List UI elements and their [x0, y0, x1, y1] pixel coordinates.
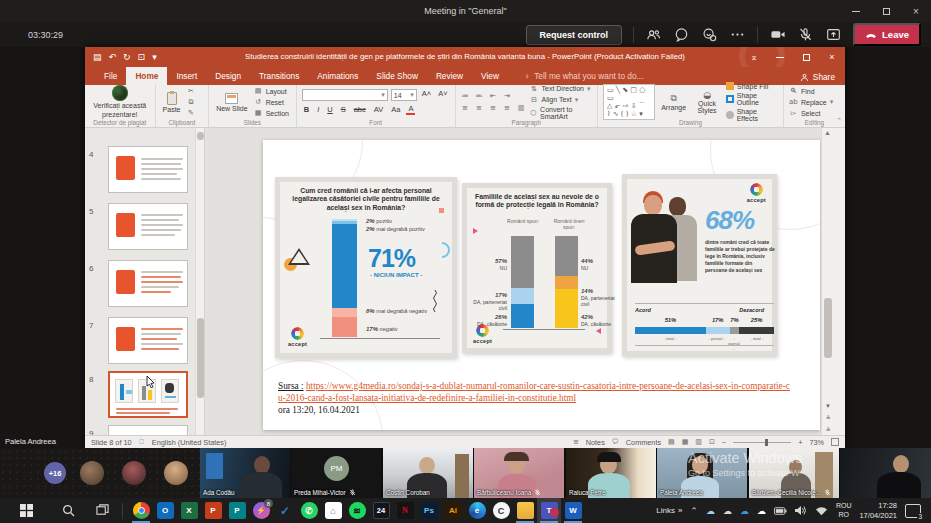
zoom-percentage[interactable]: 73% — [809, 438, 824, 447]
tellme-box[interactable]: ♀ Tell me what you want to do... — [518, 67, 650, 85]
language-indicator[interactable]: ROU RO — [836, 502, 852, 519]
canvas-scrollbar[interactable]: ▲ ▼ ≛ ≚ — [821, 128, 833, 435]
reactions-icon[interactable] — [701, 26, 718, 43]
arrange-button[interactable]: ⧉ Arrange — [659, 94, 688, 111]
taskbar-app-publisher[interactable]: P — [225, 498, 249, 523]
taskbar-app-powerpoint[interactable]: P — [201, 498, 225, 523]
format-painter-icon[interactable]: ✎ — [186, 109, 195, 118]
share-button[interactable]: Share — [800, 72, 835, 82]
tab-slide-show[interactable]: Slide Show — [367, 67, 427, 85]
tab-home[interactable]: Home — [126, 67, 167, 85]
section-button[interactable]: ▦Section — [254, 109, 289, 118]
find-button[interactable]: 🔍︎Find — [789, 87, 833, 96]
participant-avatar[interactable] — [122, 461, 146, 485]
maximize-button[interactable] — [871, 0, 901, 22]
save-icon[interactable]: ▤ — [93, 52, 102, 62]
quick-styles-button[interactable]: ◒ Quick Styles — [692, 90, 722, 114]
mic-muted-icon[interactable] — [797, 26, 814, 43]
smartart-button[interactable]: ⬡Convert to SmartArt — [530, 106, 592, 120]
slide-thumbnail-5[interactable] — [108, 203, 188, 250]
tab-transitions[interactable]: Transitions — [250, 67, 308, 85]
participant-avatar[interactable] — [164, 461, 188, 485]
plagiarism-checker-button[interactable]: Verificați această prezentare! — [90, 85, 150, 118]
accessibility-icon[interactable]: ⎕ — [140, 438, 144, 446]
chat-icon[interactable] — [673, 26, 690, 43]
tab-insert[interactable]: Insert — [167, 67, 206, 85]
taskbar-app-messenger[interactable]: ⚡ 8 — [249, 498, 273, 523]
taskbar-app-c[interactable]: C — [489, 498, 513, 523]
search-button[interactable] — [56, 498, 80, 523]
select-button[interactable]: ▻Select — [789, 109, 833, 118]
grow-font-button[interactable]: A˄ — [420, 89, 433, 101]
share-screen-icon[interactable] — [825, 26, 842, 43]
taskbar-app-tv24[interactable]: 24 — [369, 498, 393, 523]
volume-icon[interactable] — [795, 505, 807, 516]
taskbar-app-whatsapp[interactable]: ✆ — [297, 498, 321, 523]
char-spacing-button[interactable]: AV — [372, 105, 385, 114]
reading-view-button[interactable]: ▥ — [695, 438, 702, 446]
shrink-font-button[interactable]: A˅ — [436, 89, 449, 101]
undo-icon[interactable]: ↶ — [109, 52, 117, 62]
tab-animations[interactable]: Animations — [308, 67, 367, 85]
source-link[interactable]: https://www.g4media.ro/sondaj-s-a-dublat… — [278, 381, 790, 403]
align-text-button[interactable]: ⊟Align Text▾ — [530, 95, 592, 104]
slide-thumbnail-7[interactable] — [108, 317, 188, 364]
tab-view[interactable]: View — [472, 67, 508, 85]
taskbar-app-word[interactable]: W — [561, 498, 585, 523]
minimize-button[interactable] — [841, 0, 871, 22]
font-color-button[interactable]: A — [406, 104, 415, 115]
decrease-indent-button[interactable]: ⇤ — [489, 92, 498, 101]
align-left-button[interactable]: ≡ — [461, 104, 470, 113]
slide-thumbnail-6[interactable] — [108, 260, 188, 307]
taskbar-app-store[interactable]: ⌂ — [321, 498, 345, 523]
redo-icon[interactable]: ↻ — [123, 52, 131, 62]
thumbnail-scrollbar[interactable] — [195, 128, 204, 435]
participant-tile[interactable]: PM Preda Mihai-Victor — [291, 448, 381, 498]
slide-thumbnail-8-selected[interactable] — [108, 371, 188, 418]
taskbar-app-outlook[interactable]: O — [153, 498, 177, 523]
leave-button[interactable]: Leave — [853, 23, 921, 46]
tab-review[interactable]: Review — [427, 67, 472, 85]
fit-slide-button[interactable] — [831, 438, 839, 446]
notes-button[interactable]: Notes — [586, 438, 605, 447]
ppt-close-button[interactable]: × — [819, 47, 845, 67]
task-view-button[interactable] — [90, 498, 114, 523]
scrollbar-thumb[interactable] — [824, 298, 832, 358]
taskbar-app-teams[interactable]: T — [537, 498, 561, 523]
cut-icon[interactable]: ✂ — [186, 87, 195, 96]
more-options-icon[interactable] — [729, 26, 746, 43]
ribbon-display-options-icon[interactable]: ⌅ — [741, 47, 767, 67]
numbering-button[interactable]: ≕ — [475, 92, 484, 101]
replace-button[interactable]: abReplace▾ — [789, 98, 833, 107]
underline-button[interactable]: U — [325, 105, 334, 114]
collapse-ribbon-button[interactable]: ⌃ — [836, 117, 842, 125]
comments-button[interactable]: Comments — [626, 438, 661, 447]
taskbar-app-excel[interactable]: X — [177, 498, 201, 523]
overflow-participants-badge[interactable]: +16 — [44, 462, 66, 484]
participant-tile[interactable]: Palela Andreea — [657, 448, 747, 498]
font-name-select[interactable]: ▾ — [302, 89, 388, 101]
participant-tile[interactable]: Ada Codău — [200, 448, 290, 498]
taskbar-app-photoshop[interactable]: Ps — [417, 498, 441, 523]
weather-cloud-icon[interactable]: ☁ — [757, 506, 766, 516]
ppt-restore-button[interactable] — [793, 47, 819, 67]
taskbar-app-edge[interactable]: e — [465, 498, 489, 523]
network-wifi-icon[interactable] — [815, 506, 828, 516]
next-slide-button[interactable]: ≚ — [822, 426, 833, 433]
scroll-down-icon[interactable]: ▼ — [822, 403, 833, 409]
bullets-button[interactable]: ≔ — [461, 92, 470, 101]
increase-indent-button[interactable]: ⇥ — [503, 92, 512, 101]
slide[interactable]: Cum cred românii că i-ar afecta personal… — [263, 140, 820, 430]
shapes-gallery[interactable]: ▭ ╲ ⬊ □ ○ ▭ △ ⬐ ⇨ ⇩ ⌒ ⌇ ∿ ( ) ☆ ▾ — [603, 84, 655, 120]
participant-tile[interactable] — [840, 448, 931, 498]
shape-outline-button[interactable]: Shape Outline — [726, 92, 778, 106]
paste-button[interactable]: Paste — [161, 92, 183, 113]
zoom-out-button[interactable]: − — [722, 438, 726, 447]
new-slide-button[interactable]: New Slide — [214, 93, 250, 112]
start-button[interactable] — [14, 498, 38, 523]
previous-slide-button[interactable]: ≛ — [822, 414, 833, 421]
notification-center-icon[interactable]: 3 — [905, 504, 921, 518]
cloud-sync-icon[interactable]: ☁ — [740, 506, 749, 516]
taskbar-app-explorer[interactable] — [513, 498, 537, 523]
ppt-minimize-button[interactable] — [767, 47, 793, 67]
